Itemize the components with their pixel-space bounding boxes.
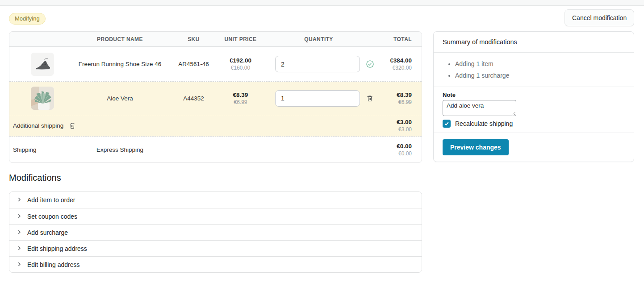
accordion-edit-shipping-address[interactable]: Edit shipping address <box>9 240 422 256</box>
status-badge: Modifying <box>9 13 46 25</box>
quantity-input[interactable] <box>275 90 360 107</box>
product-image-sneaker <box>31 53 54 76</box>
surcharge-total-net: €3.00 <box>380 126 412 133</box>
product-image-aloe-vera <box>31 87 54 110</box>
modifications-title: Modifications <box>9 173 61 183</box>
quantity-input[interactable] <box>275 56 360 72</box>
accordion-add-item-to-order[interactable]: Add item to order <box>9 192 422 208</box>
surcharge-total-gross: €3.00 <box>380 118 412 126</box>
column-header-product-name: PRODUCT NAME <box>76 36 163 42</box>
shipping-total-gross: €0.00 <box>380 142 412 150</box>
unit-price-gross: €8.39 <box>224 91 257 99</box>
shipping-label: Shipping <box>13 146 37 153</box>
accordion-label: Add surcharge <box>27 229 68 236</box>
shipping-total-net: €0.00 <box>380 150 412 157</box>
accordion-edit-billing-address[interactable]: Edit billing address <box>9 256 422 272</box>
top-bar <box>0 0 644 6</box>
delete-surcharge-trash-icon[interactable] <box>69 122 76 129</box>
surcharge-label: Additional shipping <box>13 122 63 129</box>
shipping-row: Shipping Express Shipping €0.00 €0.00 <box>9 137 422 162</box>
column-header-unit-price: UNIT PRICE <box>224 36 257 42</box>
chevron-right-icon <box>17 196 22 204</box>
order-items-table: PRODUCT NAME SKU UNIT PRICE QUANTITY TOT… <box>9 31 422 163</box>
product-sku: AR4561-46 <box>163 61 224 67</box>
chevron-right-icon <box>17 245 22 253</box>
line-total-net: €320.00 <box>380 65 412 71</box>
recalculate-shipping-label: Recalculate shipping <box>455 120 513 127</box>
table-row: Freerun Running Shoe Size 46 AR4561-46 €… <box>9 47 422 82</box>
cancel-modification-button[interactable]: Cancel modification <box>565 9 634 26</box>
summary-bullet: Adding 1 surcharge <box>455 70 625 81</box>
chevron-right-icon <box>17 261 22 269</box>
shipping-method: Express Shipping <box>76 146 163 153</box>
summary-of-modifications-card: Summary of modifications Adding 1 item A… <box>433 31 634 162</box>
summary-title: Summary of modifications <box>443 38 625 46</box>
chevron-right-icon <box>17 229 22 237</box>
accordion-label: Edit billing address <box>27 261 80 268</box>
summary-bullet: Adding 1 item <box>455 58 625 70</box>
chevron-right-icon <box>17 212 22 221</box>
line-total-net: €6.99 <box>380 99 412 106</box>
unit-price-net: €6.99 <box>224 99 257 106</box>
recalculate-shipping-checkbox-row[interactable]: Recalculate shipping <box>443 120 625 128</box>
table-row: Aloe Vera A44352 €8.39 €6.99 €8.39 €6.99 <box>9 82 422 115</box>
product-name: Aloe Vera <box>76 95 163 102</box>
line-total-gross: €8.39 <box>380 91 412 99</box>
line-total-gross: €384.00 <box>380 57 412 64</box>
note-label: Note <box>443 92 625 98</box>
accordion-label: Edit shipping address <box>27 245 87 252</box>
accordion-label: Set coupon codes <box>27 213 77 220</box>
delete-item-trash-icon[interactable] <box>366 95 373 102</box>
surcharge-row: Additional shipping €3.00 €3.00 <box>9 115 422 137</box>
check-circle-icon <box>366 60 374 68</box>
unit-price-net: €160.00 <box>224 65 257 71</box>
recalculate-shipping-checkbox[interactable] <box>443 120 451 128</box>
modifications-accordion: Add item to order Set coupon codes Add s… <box>9 191 422 273</box>
column-header-quantity: QUANTITY <box>257 36 380 42</box>
product-name: Freerun Running Shoe Size 46 <box>76 61 163 67</box>
note-textarea[interactable]: Add aloe vera <box>443 100 516 116</box>
preview-changes-button[interactable]: Preview changes <box>443 139 509 155</box>
table-header-row: PRODUCT NAME SKU UNIT PRICE QUANTITY TOT… <box>9 32 422 47</box>
unit-price-gross: €192.00 <box>224 57 257 64</box>
product-sku: A44352 <box>163 95 224 102</box>
accordion-set-coupon-codes[interactable]: Set coupon codes <box>9 208 422 224</box>
column-header-total: TOTAL <box>380 36 422 42</box>
summary-bullet-list: Adding 1 item Adding 1 surcharge <box>443 58 625 81</box>
accordion-add-surcharge[interactable]: Add surcharge <box>9 224 422 240</box>
column-header-sku: SKU <box>163 36 224 42</box>
accordion-label: Add item to order <box>27 196 75 204</box>
